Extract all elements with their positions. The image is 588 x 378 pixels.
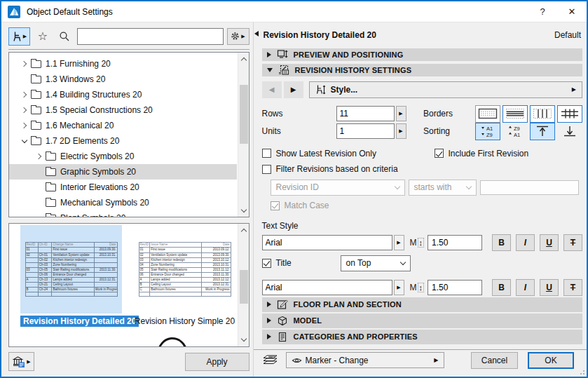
tree-item[interactable]: Plant Symbols 20 [9, 210, 237, 217]
thumbnails-scrollbar[interactable] [238, 224, 249, 346]
bold-button[interactable]: B [492, 234, 511, 251]
title-checkbox[interactable]: Title [262, 258, 341, 268]
filter-revisions-checkbox[interactable]: Filter Revisions based on criteria [262, 164, 398, 174]
section-floor-plan-and-section[interactable]: FLOOR PLAN AND SECTION [262, 297, 583, 312]
favorites-button[interactable]: ☆ [34, 27, 52, 46]
title-italic-button[interactable]: I [516, 279, 535, 296]
eye-icon [292, 356, 302, 365]
sort-ascending-button[interactable]: A1Z9 [475, 123, 500, 140]
chevron-right-icon[interactable] [19, 93, 29, 97]
italic-button[interactable]: I [516, 234, 535, 251]
search-button[interactable] [55, 27, 74, 46]
help-button[interactable]: ? [528, 1, 557, 22]
close-button[interactable]: ✕ [557, 1, 587, 22]
title-bold-button[interactable]: B [492, 279, 511, 296]
chevron-right-icon[interactable] [19, 108, 29, 112]
flyout-arrow-icon: ▶ [572, 86, 576, 93]
underline-button[interactable]: U [540, 234, 559, 251]
settings-panel: Revision History Detailed 20 Default PRE… [253, 22, 587, 377]
style-dropdown[interactable]: Style... ▶ [309, 81, 583, 98]
borders-vertical-button[interactable] [530, 105, 555, 123]
font-size-input[interactable] [428, 235, 482, 250]
title-position-dropdown[interactable]: on Top [341, 255, 411, 271]
checkbox-icon[interactable] [262, 165, 271, 174]
library-part-thumbnail[interactable]: RevIDCh-IDChange NameDate01First issue20… [20, 225, 122, 326]
section-preview-and-positioning[interactable]: PREVIEW AND POSITIONING [262, 48, 583, 61]
tree-item[interactable]: Electric Symbols 20 [9, 149, 237, 164]
apply-button[interactable]: Apply [185, 353, 249, 371]
rows-input[interactable] [336, 106, 395, 121]
scrollbar-thumb[interactable] [240, 85, 248, 144]
tree-item[interactable]: Mechanical Symbols 20 [9, 195, 237, 210]
chevron-right-icon[interactable] [34, 154, 44, 158]
checkbox-checked-icon[interactable] [435, 149, 444, 158]
rows-flyout-button[interactable]: ▶ [396, 106, 406, 121]
title-underline-button[interactable]: U [540, 279, 559, 296]
scroll-up-icon[interactable] [238, 224, 249, 236]
tree-item[interactable]: 1.5 Special Constructions 20 [9, 102, 237, 118]
chevron-down-icon [394, 183, 399, 189]
partial-thumbnail-arc [151, 332, 193, 347]
checkbox-checked-icon[interactable] [262, 259, 271, 268]
tree-scrollbar[interactable] [238, 53, 249, 217]
library-part-thumbnail[interactable]: RevIDIssue NameDate01First issue2013.09.… [134, 225, 235, 326]
newest-on-bottom-button[interactable] [557, 123, 582, 140]
chevron-right-icon[interactable] [19, 123, 29, 128]
include-first-revision-checkbox[interactable]: Include First Revision [435, 149, 529, 158]
library-location-button[interactable]: ▶ [8, 352, 34, 371]
scroll-up-icon[interactable] [238, 53, 249, 65]
chevron-down-icon[interactable] [19, 138, 29, 144]
scrollbar-thumb[interactable] [240, 270, 248, 304]
title-font-size-input[interactable] [428, 280, 482, 295]
tree-item[interactable]: 1.1 Furnishing 20 [9, 56, 237, 72]
tree-item-label: Mechanical Symbols 20 [60, 198, 149, 208]
chevron-right-icon[interactable] [19, 62, 29, 66]
section-revision-history-settings[interactable]: REVISION HISTORY SETTINGS [262, 64, 583, 76]
tree-item[interactable]: Interior Elevations 20 [9, 180, 237, 195]
units-input[interactable] [336, 123, 395, 139]
show-latest-revision-checkbox[interactable]: Show Latest Revision Only [262, 149, 435, 158]
previous-page-button[interactable]: ◀ [262, 81, 282, 98]
scroll-down-icon[interactable] [238, 335, 249, 346]
search-icon [59, 31, 70, 42]
title-font-name-input[interactable] [262, 280, 392, 295]
units-flyout-button[interactable]: ▶ [396, 123, 406, 139]
newest-on-top-button[interactable] [530, 123, 555, 140]
collapse-panel-arrow-icon[interactable] [254, 31, 259, 36]
font-name-input[interactable] [262, 235, 392, 250]
thumbnail-label[interactable]: Revision History Simple 20 [135, 316, 235, 326]
cancel-button[interactable]: Cancel [471, 352, 518, 369]
title-strikethrough-button[interactable]: T [563, 279, 582, 296]
settings-menu-button[interactable]: ▶ [227, 28, 249, 45]
ok-button[interactable]: OK [528, 352, 574, 369]
tree-item[interactable]: 1.3 Windows 20 [9, 72, 237, 87]
borders-grid-icon [560, 108, 580, 119]
tree-item[interactable]: Graphic Symbols 20 [9, 164, 237, 180]
tree-item-label: Plant Symbols 20 [60, 213, 125, 217]
section-model[interactable]: MODEL [262, 313, 583, 328]
tree-item[interactable]: 1.4 Building Structures 20 [9, 87, 237, 102]
gear-icon [231, 32, 240, 41]
title-font-flyout-button[interactable]: ▶ [394, 280, 404, 295]
borders-horizontal-button[interactable] [502, 105, 528, 123]
checkbox-icon[interactable] [262, 149, 271, 158]
text-height-icon: M↕ [410, 238, 425, 248]
thumbnail-label[interactable]: Revision History Detailed 20 [20, 316, 139, 327]
borders-grid-button[interactable] [557, 105, 582, 123]
borders-none-button[interactable] [475, 105, 500, 123]
strikethrough-button[interactable]: T [563, 234, 582, 251]
next-page-button[interactable]: ▶ [284, 81, 303, 98]
font-flyout-button[interactable]: ▶ [394, 235, 404, 250]
filter-operator-dropdown: starts with [409, 180, 477, 196]
tree-item[interactable]: 1.6 Mechanical 20 [9, 118, 237, 133]
resize-grip[interactable] [579, 369, 584, 374]
section-categories-and-properties[interactable]: CATEGORIES AND PROPERTIES [262, 330, 583, 344]
sort-descending-button[interactable]: Z9A1 [502, 123, 528, 140]
scroll-down-icon[interactable] [238, 205, 249, 216]
flyout-arrow-icon: ▶ [241, 34, 245, 39]
marker-dropdown[interactable]: Marker - Change ▶ [286, 352, 444, 368]
match-case-checkbox: Match Case [271, 201, 329, 210]
tree-item[interactable]: 1.7 2D Elements 20 [9, 133, 237, 149]
search-input[interactable] [77, 28, 224, 45]
object-type-button[interactable]: ▶ [8, 27, 30, 46]
